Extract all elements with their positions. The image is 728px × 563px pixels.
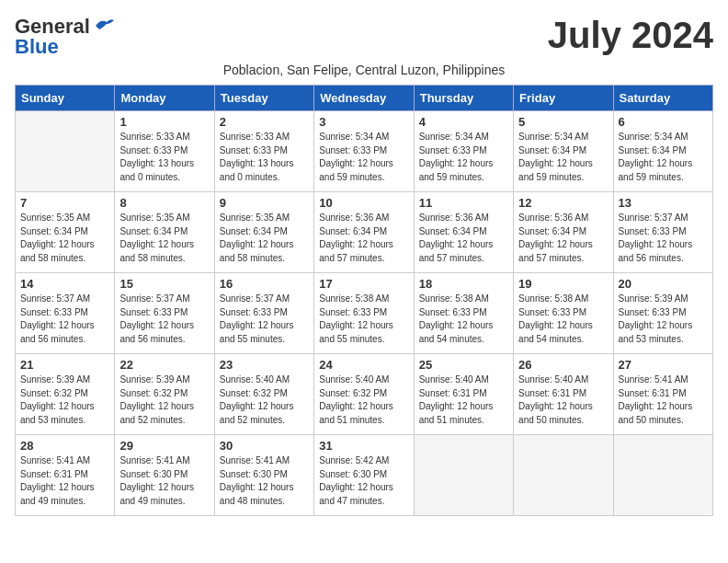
day-number: 19 <box>518 277 608 291</box>
day-number: 28 <box>20 439 109 453</box>
day-info: Sunrise: 5:34 AM Sunset: 6:33 PM Dayligh… <box>419 131 508 184</box>
day-cell: 14Sunrise: 5:37 AM Sunset: 6:33 PM Dayli… <box>16 273 115 354</box>
day-cell: 15Sunrise: 5:37 AM Sunset: 6:33 PM Dayli… <box>115 273 214 354</box>
day-number: 17 <box>319 277 408 291</box>
day-number: 1 <box>119 115 209 129</box>
day-number: 13 <box>619 196 708 210</box>
day-cell: 6Sunrise: 5:34 AM Sunset: 6:34 PM Daylig… <box>613 111 712 192</box>
day-cell: 28Sunrise: 5:41 AM Sunset: 6:31 PM Dayli… <box>16 435 115 516</box>
day-info: Sunrise: 5:35 AM Sunset: 6:34 PM Dayligh… <box>20 212 109 265</box>
day-info: Sunrise: 5:33 AM Sunset: 6:33 PM Dayligh… <box>119 131 209 184</box>
day-info: Sunrise: 5:39 AM Sunset: 6:32 PM Dayligh… <box>20 373 109 427</box>
day-info: Sunrise: 5:37 AM Sunset: 6:33 PM Dayligh… <box>20 293 109 346</box>
logo: General Blue <box>15 15 114 59</box>
day-info: Sunrise: 5:38 AM Sunset: 6:33 PM Dayligh… <box>518 293 608 346</box>
header-wednesday: Wednesday <box>314 86 414 111</box>
day-info: Sunrise: 5:41 AM Sunset: 6:31 PM Dayligh… <box>20 454 109 508</box>
day-cell: 8Sunrise: 5:35 AM Sunset: 6:34 PM Daylig… <box>115 192 214 273</box>
day-number: 23 <box>220 358 309 372</box>
header-saturday: Saturday <box>613 86 712 111</box>
day-number: 16 <box>220 277 309 291</box>
day-number: 29 <box>119 439 209 453</box>
day-info: Sunrise: 5:34 AM Sunset: 6:34 PM Dayligh… <box>619 131 708 184</box>
day-cell: 10Sunrise: 5:36 AM Sunset: 6:34 PM Dayli… <box>314 192 414 273</box>
day-info: Sunrise: 5:38 AM Sunset: 6:33 PM Dayligh… <box>319 293 408 346</box>
day-cell: 22Sunrise: 5:39 AM Sunset: 6:32 PM Dayli… <box>115 354 214 435</box>
day-number: 10 <box>319 196 408 210</box>
day-cell: 7Sunrise: 5:35 AM Sunset: 6:34 PM Daylig… <box>16 192 115 273</box>
day-number: 18 <box>419 277 508 291</box>
header-row: SundayMondayTuesdayWednesdayThursdayFrid… <box>16 86 713 111</box>
day-info: Sunrise: 5:34 AM Sunset: 6:34 PM Dayligh… <box>518 131 608 184</box>
day-cell: 20Sunrise: 5:39 AM Sunset: 6:33 PM Dayli… <box>613 273 712 354</box>
day-number: 9 <box>220 196 309 210</box>
day-number: 11 <box>419 196 508 210</box>
day-info: Sunrise: 5:40 AM Sunset: 6:31 PM Dayligh… <box>419 373 508 427</box>
day-cell: 16Sunrise: 5:37 AM Sunset: 6:33 PM Dayli… <box>214 273 313 354</box>
day-info: Sunrise: 5:37 AM Sunset: 6:33 PM Dayligh… <box>119 293 209 346</box>
day-number: 7 <box>20 196 109 210</box>
calendar-table: SundayMondayTuesdayWednesdayThursdayFrid… <box>15 85 713 516</box>
header-thursday: Thursday <box>414 86 513 111</box>
day-number: 25 <box>419 358 508 372</box>
day-number: 20 <box>619 277 708 291</box>
day-number: 8 <box>119 196 209 210</box>
day-info: Sunrise: 5:36 AM Sunset: 6:34 PM Dayligh… <box>518 212 608 265</box>
day-cell: 11Sunrise: 5:36 AM Sunset: 6:34 PM Dayli… <box>414 192 513 273</box>
day-cell: 18Sunrise: 5:38 AM Sunset: 6:33 PM Dayli… <box>414 273 513 354</box>
day-cell: 27Sunrise: 5:41 AM Sunset: 6:31 PM Dayli… <box>613 354 712 435</box>
day-number: 14 <box>20 277 109 291</box>
day-number: 31 <box>319 439 408 453</box>
day-cell <box>613 435 712 516</box>
header-tuesday: Tuesday <box>214 86 313 111</box>
day-number: 21 <box>20 358 109 372</box>
day-info: Sunrise: 5:36 AM Sunset: 6:34 PM Dayligh… <box>419 212 508 265</box>
day-number: 6 <box>619 115 708 129</box>
day-number: 30 <box>220 439 309 453</box>
day-cell: 5Sunrise: 5:34 AM Sunset: 6:34 PM Daylig… <box>514 111 613 192</box>
day-cell: 12Sunrise: 5:36 AM Sunset: 6:34 PM Dayli… <box>514 192 613 273</box>
day-cell: 29Sunrise: 5:41 AM Sunset: 6:30 PM Dayli… <box>115 435 214 516</box>
day-cell: 31Sunrise: 5:42 AM Sunset: 6:30 PM Dayli… <box>314 435 414 516</box>
day-info: Sunrise: 5:41 AM Sunset: 6:30 PM Dayligh… <box>220 454 309 508</box>
day-info: Sunrise: 5:39 AM Sunset: 6:32 PM Dayligh… <box>119 373 209 427</box>
day-cell: 17Sunrise: 5:38 AM Sunset: 6:33 PM Dayli… <box>314 273 414 354</box>
day-info: Sunrise: 5:37 AM Sunset: 6:33 PM Dayligh… <box>220 293 309 346</box>
day-info: Sunrise: 5:40 AM Sunset: 6:32 PM Dayligh… <box>220 373 309 427</box>
week-row-2: 7Sunrise: 5:35 AM Sunset: 6:34 PM Daylig… <box>16 192 713 273</box>
day-cell: 3Sunrise: 5:34 AM Sunset: 6:33 PM Daylig… <box>314 111 414 192</box>
day-info: Sunrise: 5:36 AM Sunset: 6:34 PM Dayligh… <box>319 212 408 265</box>
day-info: Sunrise: 5:40 AM Sunset: 6:31 PM Dayligh… <box>518 373 608 427</box>
day-cell: 9Sunrise: 5:35 AM Sunset: 6:34 PM Daylig… <box>214 192 313 273</box>
day-cell: 4Sunrise: 5:34 AM Sunset: 6:33 PM Daylig… <box>414 111 513 192</box>
week-row-4: 21Sunrise: 5:39 AM Sunset: 6:32 PM Dayli… <box>16 354 713 435</box>
day-cell: 13Sunrise: 5:37 AM Sunset: 6:33 PM Dayli… <box>613 192 712 273</box>
day-number: 3 <box>319 115 408 129</box>
day-number: 12 <box>518 196 608 210</box>
day-info: Sunrise: 5:34 AM Sunset: 6:33 PM Dayligh… <box>319 131 408 184</box>
day-info: Sunrise: 5:39 AM Sunset: 6:33 PM Dayligh… <box>619 293 708 346</box>
day-info: Sunrise: 5:40 AM Sunset: 6:32 PM Dayligh… <box>319 373 408 427</box>
day-info: Sunrise: 5:42 AM Sunset: 6:30 PM Dayligh… <box>319 454 408 508</box>
day-cell: 25Sunrise: 5:40 AM Sunset: 6:31 PM Dayli… <box>414 354 513 435</box>
week-row-1: 1Sunrise: 5:33 AM Sunset: 6:33 PM Daylig… <box>16 111 713 192</box>
week-row-3: 14Sunrise: 5:37 AM Sunset: 6:33 PM Dayli… <box>16 273 713 354</box>
day-cell: 26Sunrise: 5:40 AM Sunset: 6:31 PM Dayli… <box>514 354 613 435</box>
day-number: 27 <box>619 358 708 372</box>
day-info: Sunrise: 5:38 AM Sunset: 6:33 PM Dayligh… <box>419 293 508 346</box>
day-cell <box>514 435 613 516</box>
day-cell: 24Sunrise: 5:40 AM Sunset: 6:32 PM Dayli… <box>314 354 414 435</box>
day-number: 26 <box>518 358 608 372</box>
day-cell: 2Sunrise: 5:33 AM Sunset: 6:33 PM Daylig… <box>214 111 313 192</box>
logo-blue: Blue <box>15 35 59 59</box>
day-cell: 23Sunrise: 5:40 AM Sunset: 6:32 PM Dayli… <box>214 354 313 435</box>
day-info: Sunrise: 5:41 AM Sunset: 6:30 PM Dayligh… <box>119 454 209 508</box>
bird-icon <box>94 17 114 33</box>
day-info: Sunrise: 5:35 AM Sunset: 6:34 PM Dayligh… <box>119 212 209 265</box>
day-cell: 30Sunrise: 5:41 AM Sunset: 6:30 PM Dayli… <box>214 435 313 516</box>
day-number: 15 <box>119 277 209 291</box>
header-monday: Monday <box>115 86 214 111</box>
week-row-5: 28Sunrise: 5:41 AM Sunset: 6:31 PM Dayli… <box>16 435 713 516</box>
day-number: 2 <box>220 115 309 129</box>
day-info: Sunrise: 5:33 AM Sunset: 6:33 PM Dayligh… <box>220 131 309 184</box>
